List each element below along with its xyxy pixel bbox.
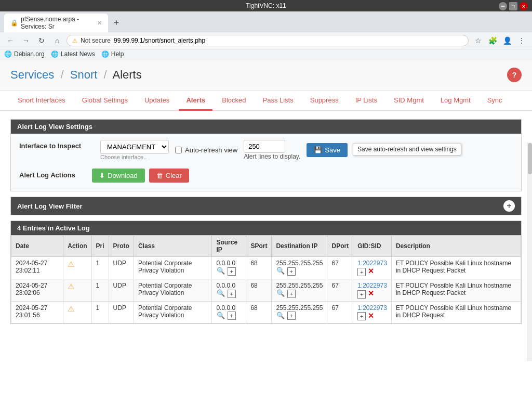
browser-tab[interactable]: 🔒 pfSense.home.arpa - Services: Sr ✕ — [4, 14, 108, 32]
window-controls[interactable]: ─ □ ✕ — [499, 2, 528, 10]
reload-button[interactable]: ↻ — [35, 34, 48, 47]
cell-action-1: ⚠ — [63, 279, 91, 301]
alert-lines-input[interactable] — [244, 140, 285, 153]
search-dest-icon-2[interactable]: 🔍 — [276, 312, 285, 319]
gid-sid-link-2[interactable]: 1:2022973 — [357, 304, 387, 312]
log-panel: 4 Entries in Active Log Date Action Pri … — [10, 221, 522, 324]
tab-log-mgmt[interactable]: Log Mgmt — [433, 91, 478, 111]
tab-pass-lists[interactable]: Pass Lists — [255, 91, 300, 111]
bookmark-help[interactable]: 🌐 Help — [101, 50, 124, 58]
breadcrumb-services[interactable]: Services — [10, 68, 54, 81]
forward-button[interactable]: → — [20, 34, 32, 47]
interface-row: Interface to Inspect MANAGEMENT Choose i… — [19, 140, 513, 160]
gid-sid-link-1[interactable]: 1:2022973 — [357, 282, 387, 289]
add-source-icon-2[interactable]: + — [228, 312, 236, 320]
bookmark-latest-news[interactable]: 🌐 Latest News — [51, 50, 95, 58]
clear-button[interactable]: 🗑 Clear — [149, 169, 189, 183]
actions-buttons: ⬇ Download 🗑 Clear — [92, 165, 189, 185]
security-label: Not secure — [81, 37, 111, 44]
bookmarks-bar: 🌐 Debian.org 🌐 Latest News 🌐 Help — [0, 49, 532, 59]
browser-title: TightVNC: x11 — [246, 2, 286, 9]
filter-add-button[interactable]: + — [503, 200, 515, 212]
col-date: Date — [11, 236, 63, 257]
interface-label: Interface to Inspect — [19, 140, 92, 150]
tab-snort-interfaces[interactable]: Snort Interfaces — [10, 91, 73, 111]
add-dest-icon-1[interactable]: + — [287, 290, 296, 298]
search-dest-icon-0[interactable]: 🔍 — [276, 267, 285, 275]
search-source-icon-1[interactable]: 🔍 — [217, 289, 225, 297]
search-dest-icon-1[interactable]: 🔍 — [276, 289, 285, 297]
cell-dest-ip-2: 255.255.255.255 🔍 + — [272, 301, 327, 324]
col-sport: SPort — [246, 236, 272, 257]
scrollbar-track[interactable] — [527, 143, 532, 361]
tab-favicon: 🔒 — [10, 19, 18, 27]
warn-icon: ⚠ — [68, 304, 74, 313]
cell-pri-0: 1 — [91, 257, 109, 279]
cell-description-2: ET POLICY Possible Kali Linux hostname i… — [391, 301, 521, 324]
log-title: 4 Entries in Active Log — [17, 224, 90, 232]
tab-updates[interactable]: Updates — [137, 91, 177, 111]
table-row: 2024-05-27 23:01:56 ⚠ 1 UDP Potential Co… — [11, 301, 521, 324]
home-button[interactable]: ⌂ — [51, 34, 63, 47]
bookmark-debian[interactable]: 🌐 Debian.org — [4, 50, 45, 58]
warn-icon: ⚠ — [68, 260, 74, 268]
delete-icon-1[interactable]: ✕ — [368, 289, 374, 297]
profile-icon[interactable]: 👤 — [501, 34, 513, 47]
tab-global-settings[interactable]: Global Settings — [75, 91, 135, 111]
tab-suppress[interactable]: Suppress — [303, 91, 346, 111]
cell-action-2: ⚠ — [63, 301, 91, 324]
tab-sync[interactable]: Sync — [480, 91, 510, 111]
search-source-icon-0[interactable]: 🔍 — [217, 267, 225, 275]
alert-lines-hint: Alert lines to display. — [244, 153, 300, 160]
tab-ip-lists[interactable]: IP Lists — [348, 91, 384, 111]
address-bar[interactable]: ⚠ Not secure — [66, 35, 469, 46]
breadcrumb-snort[interactable]: Snort — [70, 68, 98, 81]
add-source-icon-0[interactable]: + — [228, 267, 236, 276]
bookmark-star-icon[interactable]: ☆ — [472, 34, 484, 47]
table-row: 2024-05-27 23:02:06 ⚠ 1 UDP Potential Co… — [11, 279, 521, 301]
suppress-icon-0[interactable]: + — [357, 268, 366, 276]
autorefresh-label[interactable]: Auto-refresh view — [175, 146, 237, 154]
close-button[interactable]: ✕ — [520, 2, 528, 10]
add-dest-icon-2[interactable]: + — [287, 312, 296, 320]
gid-sid-link-0[interactable]: 1:2022973 — [357, 260, 387, 267]
col-dest-ip: Destination IP — [272, 236, 327, 257]
cell-sport-2: 68 — [246, 301, 272, 324]
interface-controls: MANAGEMENT Choose interface.. Auto-refre… — [100, 140, 461, 160]
suppress-icon-2[interactable]: + — [357, 312, 366, 320]
maximize-button[interactable]: □ — [509, 2, 517, 10]
delete-icon-0[interactable]: ✕ — [368, 267, 374, 275]
scrollbar-thumb[interactable] — [528, 143, 532, 174]
help-button[interactable]: ? — [507, 68, 522, 82]
new-tab-button[interactable]: + — [110, 17, 123, 29]
debian-icon: 🌐 — [4, 50, 12, 58]
alert-log-view-settings-body: Interface to Inspect MANAGEMENT Choose i… — [11, 134, 521, 191]
cell-date-0: 2024-05-27 23:02:11 — [11, 257, 63, 279]
cell-dport-0: 67 — [327, 257, 353, 279]
close-tab-icon[interactable]: ✕ — [97, 20, 102, 27]
cell-action-0: ⚠ — [63, 257, 91, 279]
extensions-icon[interactable]: 🧩 — [486, 34, 499, 47]
menu-icon[interactable]: ⋮ — [515, 34, 528, 47]
add-dest-icon-0[interactable]: + — [287, 267, 296, 276]
back-button[interactable]: ← — [4, 34, 17, 47]
tab-sid-mgmt[interactable]: SID Mgmt — [387, 91, 431, 111]
alert-lines-wrapper: Alert lines to display. — [244, 140, 300, 160]
save-button[interactable]: 💾 Save — [307, 143, 348, 157]
tab-blocked[interactable]: Blocked — [215, 91, 253, 111]
download-button[interactable]: ⬇ Download — [92, 169, 145, 183]
add-source-icon-1[interactable]: + — [228, 290, 236, 298]
alert-log-view-settings-panel: Alert Log View Settings Interface to Ins… — [10, 119, 522, 191]
cell-dest-ip-0: 255.255.255.255 🔍 + — [272, 257, 327, 279]
bookmark-news-label: Latest News — [61, 50, 95, 58]
delete-icon-2[interactable]: ✕ — [368, 312, 374, 320]
tab-alerts[interactable]: Alerts — [179, 91, 212, 111]
cell-pri-1: 1 — [91, 279, 109, 301]
search-source-icon-2[interactable]: 🔍 — [217, 312, 225, 319]
autorefresh-checkbox[interactable] — [175, 147, 182, 153]
minimize-button[interactable]: ─ — [499, 2, 507, 10]
suppress-icon-1[interactable]: + — [357, 290, 366, 299]
cell-gid-sid-1: 1:2022973 + ✕ — [353, 279, 392, 301]
url-input[interactable] — [114, 37, 463, 44]
interface-select[interactable]: MANAGEMENT — [100, 140, 169, 154]
